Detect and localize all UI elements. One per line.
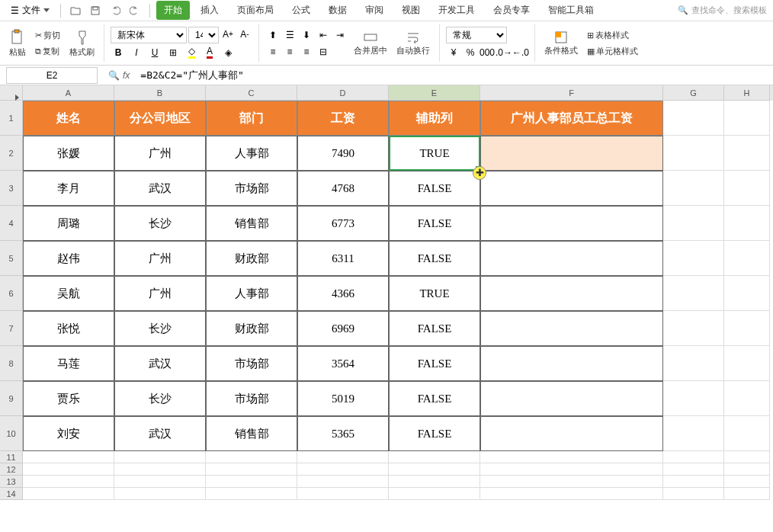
cell[interactable]: 6773 [297, 206, 389, 241]
cell[interactable] [724, 488, 770, 500]
cell[interactable]: 武汉 [114, 171, 206, 206]
increase-font-icon[interactable]: A+ [220, 27, 236, 42]
cell[interactable] [480, 241, 663, 276]
cell[interactable]: FALSE [389, 171, 480, 206]
cell[interactable]: FALSE [389, 416, 480, 451]
header-cell[interactable]: 工资 [297, 101, 389, 136]
cell[interactable]: 贾乐 [23, 381, 114, 416]
cell[interactable] [663, 101, 724, 136]
cell[interactable] [23, 488, 114, 500]
cell[interactable]: 张悦 [23, 311, 114, 346]
indent-increase-icon[interactable]: ⇥ [332, 27, 348, 43]
cell[interactable] [297, 488, 389, 500]
fill-color-icon[interactable]: ◇ [184, 45, 199, 60]
open-icon[interactable] [67, 2, 84, 19]
cell[interactable] [480, 476, 663, 488]
header-cell[interactable]: 姓名 [23, 101, 114, 136]
cell[interactable] [297, 476, 389, 488]
cell[interactable]: 市场部 [206, 381, 297, 416]
cell[interactable] [114, 488, 206, 500]
cell[interactable]: FALSE [389, 346, 480, 381]
cell-style-button[interactable]: ▦单元格样式 [584, 44, 641, 59]
table-style-button[interactable]: ⊞表格样式 [584, 28, 641, 43]
cell[interactable]: 3564 [297, 346, 389, 381]
cell[interactable] [297, 463, 389, 476]
cell[interactable] [23, 476, 114, 488]
auto-wrap-button[interactable]: 自动换行 [393, 28, 433, 58]
cell[interactable] [724, 381, 770, 416]
cell[interactable]: TRUE [389, 276, 480, 311]
fx-icon[interactable]: fx [123, 70, 130, 81]
cell[interactable] [724, 136, 770, 171]
cell[interactable] [480, 136, 663, 171]
cell[interactable]: 长沙 [114, 381, 206, 416]
border-icon[interactable]: ⊞ [165, 45, 181, 60]
cell[interactable] [480, 451, 663, 463]
cell[interactable]: 市场部 [206, 346, 297, 381]
name-box[interactable]: E2 [6, 67, 98, 84]
paste-button[interactable]: 粘贴 [6, 27, 29, 59]
cell[interactable] [663, 171, 724, 206]
align-center-icon[interactable]: ≡ [282, 44, 297, 59]
align-middle-icon[interactable]: ☰ [282, 27, 297, 43]
tab-page-layout[interactable]: 页面布局 [229, 1, 281, 20]
col-header[interactable]: D [297, 85, 389, 101]
row-header[interactable]: 6 [0, 276, 23, 311]
cell[interactable] [663, 136, 724, 171]
clear-format-icon[interactable]: ◈ [220, 45, 236, 60]
cell[interactable] [480, 346, 663, 381]
cell[interactable] [206, 476, 297, 488]
cell[interactable]: 赵伟 [23, 241, 114, 276]
cond-format-button[interactable]: 条件格式 [541, 28, 581, 58]
italic-icon[interactable]: I [129, 45, 144, 60]
font-size-select[interactable]: 14 [188, 27, 219, 43]
font-color-icon[interactable]: A [202, 45, 217, 60]
cell[interactable]: 销售部 [206, 416, 297, 451]
format-painter-button[interactable]: 格式刷 [66, 27, 98, 59]
increase-decimal-icon[interactable]: .0→ [496, 45, 512, 60]
cell[interactable]: 广州 [114, 136, 206, 171]
cell[interactable]: 长沙 [114, 311, 206, 346]
cell[interactable] [297, 451, 389, 463]
cell[interactable]: 6311 [297, 241, 389, 276]
col-header[interactable]: G [663, 85, 724, 101]
cell[interactable] [663, 381, 724, 416]
tab-formula[interactable]: 公式 [284, 1, 318, 20]
cell[interactable]: 广州 [114, 276, 206, 311]
row-header[interactable]: 1 [0, 101, 23, 136]
copy-button[interactable]: ⧉复制 [32, 44, 63, 59]
cell[interactable] [389, 476, 480, 488]
cell[interactable] [724, 416, 770, 451]
cell[interactable]: 人事部 [206, 136, 297, 171]
cell[interactable]: 人事部 [206, 276, 297, 311]
percent-icon[interactable]: % [463, 45, 478, 60]
redo-icon[interactable] [127, 2, 143, 19]
cell[interactable] [480, 276, 663, 311]
cell[interactable]: 7490 [297, 136, 389, 171]
cell[interactable]: 马莲 [23, 346, 114, 381]
cell[interactable]: 周璐 [23, 206, 114, 241]
tab-start[interactable]: 开始 [156, 1, 190, 20]
cell[interactable]: 吴航 [23, 276, 114, 311]
align-top-icon[interactable]: ⬆ [265, 27, 281, 43]
save-icon[interactable] [87, 2, 104, 19]
cell[interactable]: 广州 [114, 241, 206, 276]
merge-center-button[interactable]: 合并居中 [351, 28, 390, 58]
cell[interactable]: FALSE [389, 311, 480, 346]
cell[interactable] [724, 346, 770, 381]
cell[interactable]: 武汉 [114, 346, 206, 381]
selected-cell[interactable]: TRUE✚ [389, 136, 480, 171]
cell[interactable] [480, 381, 663, 416]
cell[interactable] [724, 101, 770, 136]
file-menu[interactable]: ☰ 文件 [6, 2, 54, 18]
cell[interactable] [663, 311, 724, 346]
row-header[interactable]: 11 [0, 451, 23, 463]
number-format-select[interactable]: 常规 [446, 27, 507, 43]
cell[interactable] [724, 171, 770, 206]
col-header[interactable]: E [389, 85, 480, 101]
tab-review[interactable]: 审阅 [358, 1, 391, 20]
cell[interactable] [389, 451, 480, 463]
row-header[interactable]: 7 [0, 311, 23, 346]
cell[interactable]: 刘安 [23, 416, 114, 451]
zoom-icon[interactable]: 🔍 [108, 70, 120, 81]
